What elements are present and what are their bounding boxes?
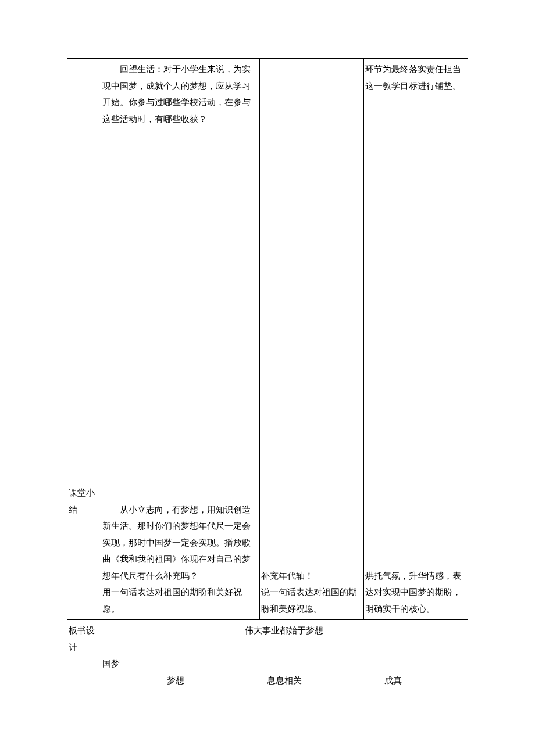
lesson-plan-table: 回望生活：对于小学生来说，为实现中国梦，成就个人的梦想，应从学习开始。你参与过哪… (67, 58, 468, 691)
text-line: 补充年代轴！ (261, 571, 313, 581)
paragraph: 从小立志向，有梦想，用知识创造新生活。那时你们的梦想年代尺一定会实现，那时中国梦… (102, 501, 258, 585)
board-word: 成真 (384, 672, 402, 689)
board-word: 梦想 (167, 672, 184, 689)
mid-content-cell (260, 59, 364, 482)
row-label-cell (67, 59, 101, 482)
row-label: 板书设计 (69, 626, 95, 652)
right-content-cell: 烘托气氛，升华情感，表达对实现中国梦的期盼，明确实干的核心。 (364, 482, 468, 620)
table-row: 课堂小结 从小立志向，有梦想，用知识创造新生活。那时你们的梦想年代尺一定会实现，… (67, 482, 468, 620)
board-title: 伟大事业都始于梦想 (102, 622, 466, 639)
board-line: 国梦 (102, 655, 466, 672)
main-content-cell: 回望生活：对于小学生来说，为实现中国梦，成就个人的梦想，应从学习开始。你参与过哪… (101, 59, 259, 482)
row-label: 课堂小结 (69, 488, 95, 514)
board-word: 息息相关 (267, 672, 302, 689)
paragraph: 用一句话表达对祖国的期盼和美好祝愿。 (102, 587, 242, 614)
board-design-cell: 伟大事业都始于梦想 国梦 梦想 息息相关 成真 (101, 620, 468, 691)
paragraph: 回望生活：对于小学生来说，为实现中国梦，成就个人的梦想，应从学习开始。你参与过哪… (102, 61, 258, 127)
right-content-cell: 环节为最终落实责任担当这一教学目标进行铺垫。 (364, 59, 468, 482)
text-line: 烘托气氛，升华情感，表达对实现中国梦的期盼，明确实干的核心。 (365, 571, 461, 614)
paragraph: 环节为最终落实责任担当这一教学目标进行铺垫。 (365, 65, 461, 91)
board-bottom-line: 梦想 息息相关 成真 (102, 672, 466, 689)
row-label-cell: 板书设计 (67, 620, 101, 691)
table-row: 板书设计 伟大事业都始于梦想 国梦 梦想 息息相关 成真 (67, 620, 468, 691)
mid-content-cell: 补充年代轴！ 说一句话表达对祖国的期盼和美好祝愿。 (260, 482, 364, 620)
document-page: 回望生活：对于小学生来说，为实现中国梦，成就个人的梦想，应从学习开始。你参与过哪… (0, 0, 535, 691)
row-label-cell: 课堂小结 (67, 482, 101, 620)
text-line: 说一句话表达对祖国的期盼和美好祝愿。 (261, 587, 357, 614)
main-content-cell: 从小立志向，有梦想，用知识创造新生活。那时你们的梦想年代尺一定会实现，那时中国梦… (101, 482, 259, 620)
table-row: 回望生活：对于小学生来说，为实现中国梦，成就个人的梦想，应从学习开始。你参与过哪… (67, 59, 468, 482)
